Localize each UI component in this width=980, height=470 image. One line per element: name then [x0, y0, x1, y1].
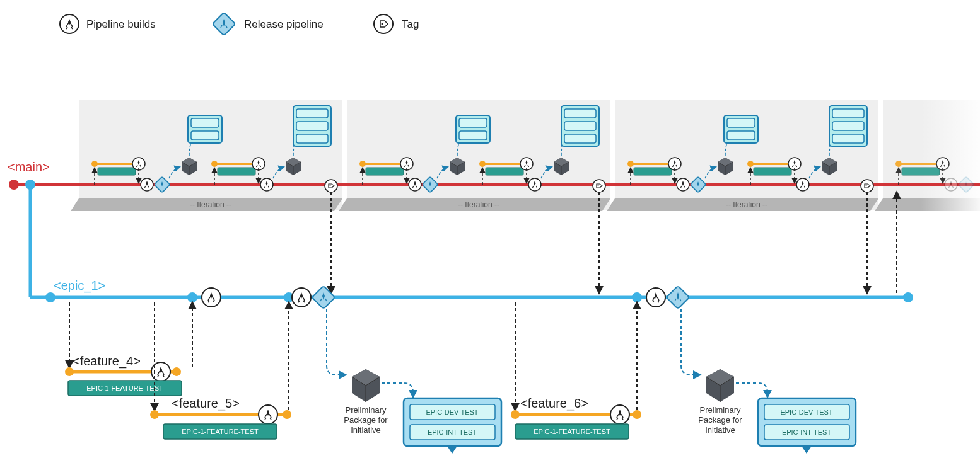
feature-6-badge: EPIC-1-FEATURE-TEST: [534, 428, 610, 435]
epic-package-2: Preliminary Package for Initiative EPIC-…: [681, 309, 856, 454]
feature-5-label: <feature_5>: [172, 396, 240, 411]
svg-point-37: [903, 292, 913, 302]
legend-release-pipeline: Release pipeline: [244, 18, 324, 30]
iteration-label: -- Iteration --: [458, 200, 499, 209]
feature-6-build-icon: [610, 405, 629, 424]
epic-branch-label: <epic_1>: [54, 278, 105, 293]
svg-point-39: [65, 367, 74, 376]
svg-point-28: [9, 180, 19, 190]
pipeline-diagram: Pipeline builds Release pipeline Tag -- …: [0, 0, 980, 470]
main-branch-label: <main>: [8, 160, 50, 174]
package-text-1: Preliminary: [345, 405, 387, 415]
svg-point-33: [45, 292, 55, 302]
svg-marker-53: [447, 446, 457, 454]
svg-point-44: [283, 410, 291, 419]
svg-point-36: [632, 292, 642, 302]
release-pipeline-icon: [213, 13, 236, 36]
feature-4: <feature_4> EPIC-1-FEATURE-TEST: [65, 302, 192, 396]
legend-tag: Tag: [402, 18, 419, 30]
svg-point-43: [150, 410, 159, 419]
iteration-label: -- Iteration --: [726, 200, 767, 209]
tag-icon: [374, 14, 393, 33]
svg-point-34: [187, 292, 197, 302]
svg-point-48: [633, 410, 641, 419]
epic-int-test-2: EPIC-INT-TEST: [782, 428, 832, 436]
epic-build-icon-2: [292, 288, 311, 307]
pipeline-builds-icon: [60, 14, 79, 33]
svg-marker-57: [802, 446, 812, 454]
epic-build-icon-3: [646, 288, 665, 307]
feature-4-badge: EPIC-1-FEATURE-TEST: [86, 384, 163, 392]
feature-4-label: <feature_4>: [73, 354, 141, 369]
epic-dev-test-1: EPIC-DEV-TEST: [426, 408, 478, 416]
fade-overlay: [921, 95, 980, 221]
svg-point-40: [172, 367, 181, 376]
svg-point-47: [511, 410, 520, 419]
iteration-label: -- Iteration --: [190, 200, 231, 209]
package-icon: [706, 369, 734, 402]
package-text-2: Package for: [344, 415, 388, 425]
package-icon: [352, 369, 380, 402]
package-text-1: Preliminary: [699, 405, 741, 415]
package-text-3: Initiative: [351, 425, 381, 435]
feature-6: <feature_6> EPIC-1-FEATURE-TEST: [511, 302, 641, 439]
epic-dev-test-2: EPIC-DEV-TEST: [780, 408, 832, 416]
epic-int-test-1: EPIC-INT-TEST: [428, 428, 477, 436]
feature-5-badge: EPIC-1-FEATURE-TEST: [182, 428, 259, 435]
epic-build-icon-1: [202, 288, 221, 307]
feature-6-label: <feature_6>: [520, 396, 588, 411]
epic-package-1: Preliminary Package for Initiative EPIC-…: [327, 309, 501, 454]
legend-pipeline-builds: Pipeline builds: [86, 18, 156, 30]
package-text-3: Initiative: [705, 425, 735, 435]
epic-release-icon-2: [667, 286, 690, 309]
legend: Pipeline builds Release pipeline Tag: [60, 13, 419, 36]
package-text-2: Package for: [698, 415, 742, 425]
feature-5-build-icon: [259, 405, 277, 424]
